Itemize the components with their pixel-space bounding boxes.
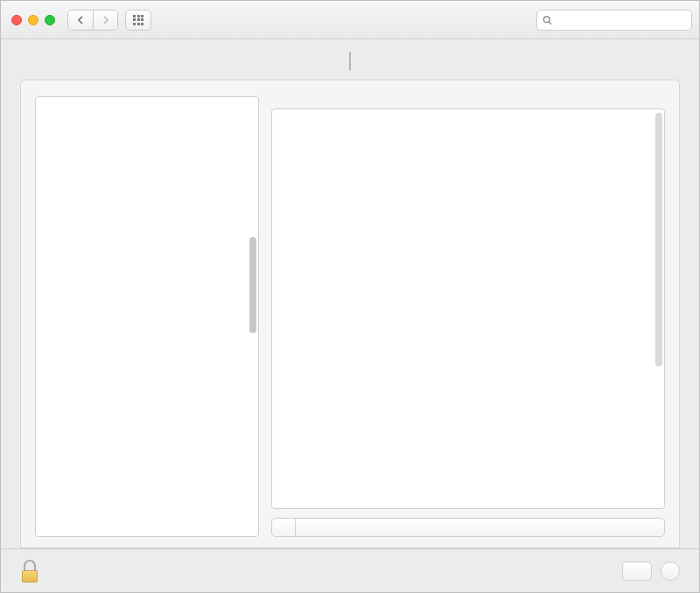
sidebar-scrollbar-thumb[interactable] xyxy=(249,237,256,333)
main-panel xyxy=(20,80,680,548)
traffic-lights xyxy=(11,15,55,25)
lock-button[interactable] xyxy=(20,560,39,583)
remove-app-button[interactable] xyxy=(295,519,318,536)
chevron-left-icon xyxy=(77,16,85,24)
add-app-button[interactable] xyxy=(272,519,295,536)
zoom-window-button[interactable] xyxy=(45,15,55,25)
help-button[interactable] xyxy=(661,562,680,581)
preferences-window xyxy=(0,0,700,593)
search-icon xyxy=(542,15,552,25)
svg-point-0 xyxy=(543,16,550,22)
search-input[interactable] xyxy=(557,13,686,27)
footer xyxy=(1,548,699,592)
titlebar xyxy=(1,1,699,39)
search-field[interactable] xyxy=(536,10,692,31)
advanced-button[interactable] xyxy=(622,562,652,581)
svg-line-1 xyxy=(549,22,551,24)
privacy-category-list[interactable] xyxy=(35,96,259,537)
apps-list[interactable] xyxy=(271,108,665,509)
right-pane xyxy=(271,96,665,537)
forward-button[interactable] xyxy=(93,10,117,30)
close-window-button[interactable] xyxy=(11,15,22,25)
nav-buttons xyxy=(67,10,118,31)
show-all-button[interactable] xyxy=(125,10,151,31)
tab-bar xyxy=(349,52,351,71)
apps-scrollbar-thumb[interactable] xyxy=(655,113,662,366)
add-remove-buttons xyxy=(271,518,665,537)
grid-icon xyxy=(133,15,144,25)
minimize-window-button[interactable] xyxy=(28,15,38,25)
chevron-right-icon xyxy=(102,16,109,24)
back-button[interactable] xyxy=(68,10,93,30)
sidebar-wrap xyxy=(35,96,259,537)
tabs-row xyxy=(1,39,699,71)
